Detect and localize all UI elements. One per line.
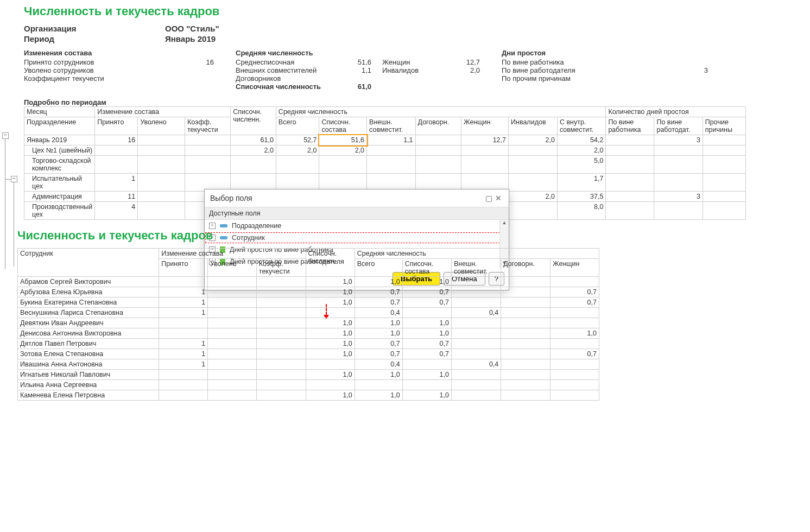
avg-value: 51,6 (358, 58, 371, 66)
col-listc: Списочн. состава (319, 117, 367, 135)
org-value: ООО "Стиль" (165, 24, 219, 33)
col-hired: Принято (159, 259, 208, 277)
maximize-icon[interactable]: ▢ (484, 194, 493, 202)
table-row[interactable]: Ивашина Анна Антоновна10,40,4 (18, 359, 599, 370)
col-idle-b: По вине работодат. (654, 117, 703, 135)
table-row[interactable]: Зотова Елена Степановна11,00,70,70,7 (18, 349, 599, 359)
inv-value: 2,0 (470, 66, 480, 74)
tree-collapse-node[interactable]: − (2, 132, 9, 139)
table-row[interactable]: Девяткин Иван Андреевич1,01,01,0 (18, 318, 599, 328)
col-employee: Сотрудник (18, 249, 159, 277)
idle-b-value: 3 (704, 66, 708, 74)
col-women: Женщин (461, 117, 509, 135)
table-row[interactable]: Букина Екатерина Степановна11,00,70,70,7 (18, 297, 599, 308)
close-icon[interactable]: ✕ (493, 194, 503, 202)
col-total: Всего (355, 259, 402, 277)
hired-value: 16 (206, 58, 214, 66)
table-row[interactable]: Денисова Антонина Викторовна1,01,01,01,0 (18, 328, 599, 339)
period-value: Январь 2019 (165, 34, 216, 43)
ext-label: Внешних совместителей (236, 66, 317, 74)
summary-block: Изменения состава Принято сотрудников16 … (24, 49, 792, 91)
avg-label: Среднесписочная (236, 58, 294, 66)
table-row[interactable]: Торгово-складской комплекс5,0 (24, 156, 746, 174)
col-change: Изменение состава (95, 107, 231, 117)
table-row[interactable]: Январь 20191661,052,751,61,112,72,054,23 (24, 135, 746, 145)
idle-head: Дни простоя (502, 49, 708, 57)
col-listc: Списочн. состава (402, 259, 451, 277)
col-hired: Принято (95, 117, 138, 135)
col-avg: Средняя численность (355, 249, 599, 259)
table-row[interactable]: Абрамов Сергей Викторович1,01,01,0 (18, 277, 599, 287)
col-month: Месяц (24, 107, 95, 117)
hired-label: Принято сотрудников (24, 58, 94, 66)
col-cont: Договорн. (501, 259, 550, 277)
col-intern: С внутр. совместит. (557, 117, 605, 135)
col-change: Изменение состава (159, 249, 306, 259)
women-label: Женщин (382, 58, 410, 66)
col-cont: Договорн. (415, 117, 461, 135)
inv-label: Инвалидов (382, 66, 419, 74)
tree-collapse-node[interactable]: − (11, 176, 17, 182)
table-row[interactable]: Веснушкина Лариса Степановна10,40,4 (18, 308, 599, 318)
col-fired: Уволено (208, 259, 257, 277)
list-value: 61,0 (358, 83, 371, 91)
col-fired: Уволено (138, 117, 185, 135)
report2-title: Численность и текучесть кадров (17, 229, 599, 243)
summary-avg-head: Средняя численность (236, 49, 371, 57)
period-label: Период (24, 34, 165, 43)
idle-b-label: По вине работодателя (502, 66, 575, 74)
field-type-icon (220, 224, 227, 227)
col-idle-a: По вине работника (606, 117, 654, 135)
col-list: Списочн. численн. (306, 249, 355, 277)
coeff-label: Коэффициент текучести (24, 74, 104, 83)
col-ext: Внешн. совместит. (367, 117, 415, 135)
detail-head: Подробно по периодам (24, 98, 792, 106)
employee-grid[interactable]: СотрудникИзменение составаСписочн. числе… (17, 248, 599, 401)
dialog-bar: Доступные поля (205, 207, 509, 220)
table-row[interactable]: Ильина Анна Сергеевна (18, 380, 599, 390)
report-title: Численность и текучесть кадров (24, 4, 792, 18)
col-women: Женщин (550, 259, 599, 277)
ext-value: 1,1 (362, 66, 371, 74)
col-avg: Средняя численность (276, 107, 606, 117)
idle-a-label: По вине работника (502, 58, 564, 66)
report-headcount: Численность и текучесть кадров Организац… (24, 4, 792, 220)
col-idle: Количество дней простоя (606, 107, 746, 117)
table-row[interactable]: Арбузова Елена Юрьевна11,00,70,70,7 (18, 287, 599, 297)
report-employees: Численность и текучесть кадров Сотрудник… (17, 229, 599, 401)
col-inv: Инвалидов (509, 117, 558, 135)
col-total: Всего (276, 117, 319, 135)
col-dept: Подразделение (24, 117, 95, 135)
cont-label: Договорников (236, 74, 281, 83)
women-value: 12,7 (466, 58, 480, 66)
idle-c-label: По прочим причинам (502, 74, 571, 83)
table-row[interactable]: Цех №1 (швейный)2,02,02,02,0 (24, 145, 746, 156)
col-idle-c: Прочие причины (703, 117, 745, 135)
col-coeff: Коэфф. текучести (256, 259, 306, 277)
dialog-title: Выбор поля (210, 194, 252, 202)
col-coeff: Коэфф. текучести (185, 117, 230, 135)
list-label: Списочная численность (236, 83, 321, 91)
summary-changes-head: Изменения состава (24, 49, 214, 57)
org-label: Организация (24, 24, 165, 33)
table-row[interactable]: Игнатьев Николай Павлович1,01,01,0 (18, 370, 599, 380)
table-row[interactable]: Дятлов Павел Петрович11,00,70,7 (18, 339, 599, 349)
col-ext: Внешн. совместит. (451, 259, 501, 277)
table-row[interactable]: Каменева Елена Петровна1,01,01,0 (18, 390, 599, 401)
fired-label: Уволено сотрудников (24, 66, 94, 74)
col-list: Списочн. численн. (231, 107, 276, 135)
